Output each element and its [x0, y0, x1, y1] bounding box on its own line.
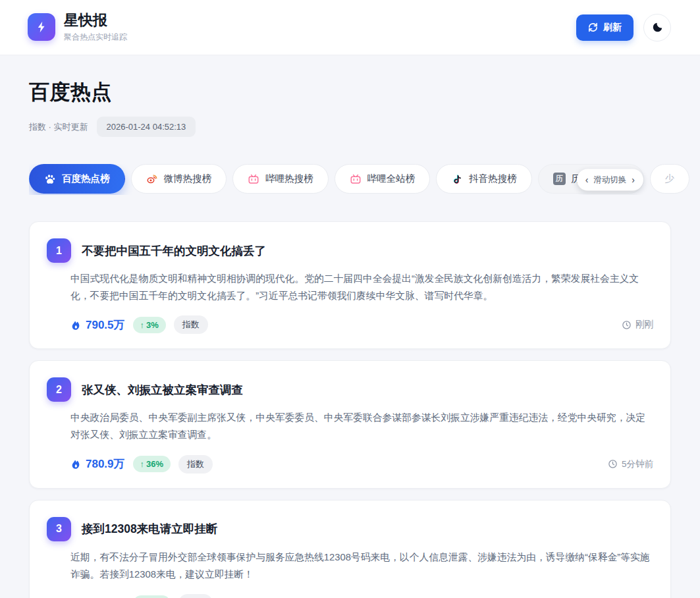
tab-bilibili-all[interactable]: 哔哩全站榜 — [335, 164, 431, 194]
bilibili-tv-icon — [350, 173, 362, 185]
card-stats: 780.9万 ↑ 36% 指数 5分钟前 — [70, 455, 653, 474]
swipe-switch-hint[interactable]: ‹ 滑动切换 › — [577, 169, 643, 190]
item-time: 刚刚 — [622, 319, 653, 331]
hot-item-title[interactable]: 张又侠、刘振立被立案审查调查 — [82, 382, 243, 398]
tab-label: 哔哩热搜榜 — [265, 173, 313, 185]
refresh-icon — [588, 22, 598, 32]
trend-up-icon: ↑ — [140, 459, 145, 469]
heat-group: 780.9万 — [70, 456, 125, 472]
hot-item-card[interactable]: 1 不要把中国五千年的文明文化搞丢了 中国式现代化是物质文明和精神文明相协调的现… — [29, 221, 671, 349]
tab-partial[interactable]: 少 — [650, 164, 690, 194]
card-stats: 771.5万 ↑ 45% 指数 10分钟前 — [70, 594, 653, 598]
tabs-bar: 百度热点榜 微博热搜榜 哔哩热搜榜 哔哩全站榜 — [29, 164, 700, 195]
moon-icon — [651, 21, 664, 34]
hot-list: 1 不要把中国五千年的文明文化搞丢了 中国式现代化是物质文明和精神文明相协调的现… — [29, 221, 671, 598]
calendar-li-icon: 历 — [553, 173, 566, 185]
douyin-note-icon — [451, 173, 463, 185]
app-logo — [28, 13, 55, 41]
index-badge: 指数 — [178, 455, 213, 474]
tab-weibo-hot[interactable]: 微博热搜榜 — [131, 164, 227, 194]
rank-badge: 2 — [47, 377, 71, 402]
trend-badge: ↑ 45% — [133, 595, 171, 598]
rank-badge: 1 — [47, 238, 71, 263]
trend-up-icon: ↑ — [140, 320, 145, 330]
rank-badge: 3 — [47, 517, 71, 541]
hot-item-title[interactable]: 接到12308来电请立即挂断 — [82, 521, 217, 537]
tab-label: 微博热搜榜 — [164, 173, 212, 185]
app-title: 星快报 — [64, 12, 127, 29]
brand-text: 星快报 聚合热点实时追踪 — [64, 12, 127, 42]
item-time: 5分钟前 — [608, 458, 653, 470]
hot-item-card[interactable]: 2 张又侠、刘振立被立案审查调查 中央政治局委员、中央军委副主席张又侠，中央军委… — [29, 360, 671, 488]
update-meta: 指数 · 实时更新 — [29, 121, 88, 133]
clock-icon — [608, 459, 618, 469]
chevron-left-icon[interactable]: ‹ — [585, 175, 589, 184]
swipe-hint-label: 滑动切换 — [593, 174, 626, 185]
hot-item-description: 近期，有不法分子冒用外交部全球领事保护与服务应急热线12308号码来电，以个人信… — [70, 549, 653, 583]
meta-row: 指数 · 实时更新 2026-01-24 04:52:13 — [29, 117, 671, 137]
app-subtitle: 聚合热点实时追踪 — [64, 32, 127, 43]
flame-icon — [70, 319, 81, 331]
heat-value: 780.9万 — [86, 456, 125, 472]
weibo-icon — [146, 173, 158, 185]
main-content: 百度热点 指数 · 实时更新 2026-01-24 04:52:13 百度热点榜… — [0, 78, 700, 598]
trend-value: 3% — [146, 320, 159, 330]
refresh-button[interactable]: 刷新 — [576, 14, 633, 41]
tab-bilibili-hot[interactable]: 哔哩热搜榜 — [232, 164, 329, 194]
tab-baidu-hot[interactable]: 百度热点榜 — [29, 164, 125, 194]
chevron-right-icon[interactable]: › — [632, 175, 635, 184]
bilibili-tv-icon — [248, 173, 259, 185]
theme-toggle-button[interactable] — [643, 14, 671, 41]
tab-douyin-hot[interactable]: 抖音热搜榜 — [436, 164, 532, 194]
index-badge: 指数 — [178, 594, 213, 598]
tab-label: 少 — [665, 173, 675, 185]
hot-item-description: 中国式现代化是物质文明和精神文明相协调的现代化。党的二十届四中全会提出“激发全民… — [70, 271, 653, 304]
card-head: 2 张又侠、刘振立被立案审查调查 — [47, 377, 653, 402]
header-actions: 刷新 — [576, 14, 671, 41]
index-badge: 指数 — [174, 315, 208, 334]
card-stats: 790.5万 ↑ 3% 指数 刚刚 — [70, 315, 653, 334]
page-title: 百度热点 — [29, 78, 671, 106]
heat-group: 790.5万 — [70, 317, 125, 333]
card-head: 3 接到12308来电请立即挂断 — [47, 517, 653, 541]
refresh-label: 刷新 — [603, 22, 622, 34]
hot-item-description: 中央政治局委员、中央军委副主席张又侠，中央军委委员、中央军委联合参谋部参谋长刘振… — [70, 410, 653, 443]
brand: 星快报 聚合热点实时追踪 — [28, 12, 127, 42]
time-label: 5分钟前 — [622, 458, 653, 470]
lightning-bolt-icon — [35, 20, 48, 34]
hot-item-title[interactable]: 不要把中国五千年的文明文化搞丢了 — [82, 243, 266, 259]
hot-item-card[interactable]: 3 接到12308来电请立即挂断 近期，有不法分子冒用外交部全球领事保护与服务应… — [29, 500, 671, 598]
baidu-paw-icon — [44, 173, 56, 185]
heat-value: 790.5万 — [86, 317, 125, 333]
timestamp-pill: 2026-01-24 04:52:13 — [97, 117, 196, 137]
flame-icon — [70, 458, 81, 470]
trend-badge: ↑ 36% — [133, 456, 171, 472]
trend-value: 36% — [146, 459, 163, 469]
tab-label: 百度热点榜 — [62, 173, 110, 185]
tab-label: 抖音热搜榜 — [469, 173, 517, 185]
trend-badge: ↑ 3% — [133, 317, 166, 333]
clock-icon — [622, 320, 632, 330]
tab-label: 哔哩全站榜 — [367, 173, 416, 185]
time-label: 刚刚 — [635, 319, 653, 331]
app-header: 星快报 聚合热点实时追踪 刷新 — [0, 0, 700, 55]
card-head: 1 不要把中国五千年的文明文化搞丢了 — [47, 238, 653, 263]
